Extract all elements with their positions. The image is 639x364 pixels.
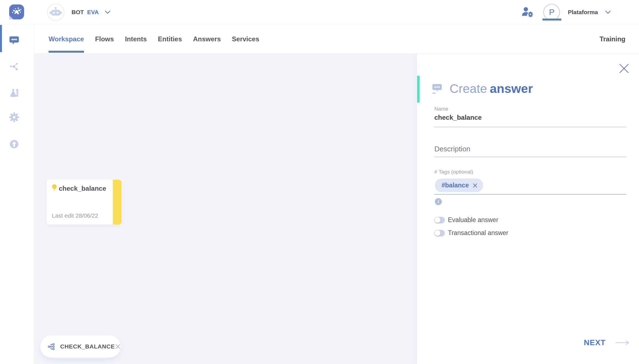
answer-bubble-icon bbox=[431, 83, 443, 94]
account-name: Plataforma bbox=[568, 9, 598, 16]
account-active-indicator bbox=[542, 19, 561, 21]
bot-selector[interactable]: BOT EVA bbox=[47, 0, 110, 24]
card-last-edit: Last edit 28/06/22 bbox=[52, 212, 98, 219]
evaluable-answer-toggle[interactable] bbox=[434, 217, 445, 223]
chip-close-icon[interactable] bbox=[115, 343, 121, 350]
gear-icon bbox=[8, 111, 20, 123]
bot-avatar bbox=[47, 4, 64, 21]
upload-icon bbox=[8, 138, 20, 150]
lab-flask-icon bbox=[8, 87, 20, 99]
tab-label: Flows bbox=[95, 35, 114, 43]
panel-title: Createanswer bbox=[450, 82, 533, 96]
training-link[interactable]: Training bbox=[600, 24, 625, 54]
name-field-label: Name bbox=[434, 106, 448, 112]
selected-flow-label: CHECK_BALANCE bbox=[60, 343, 115, 350]
tag-chip-balance[interactable]: #balance bbox=[435, 179, 483, 192]
sidebar-item-test-lab[interactable] bbox=[8, 87, 20, 99]
transactional-answer-label: Transactional answer bbox=[448, 229, 508, 237]
tab-label: Workspace bbox=[49, 35, 84, 43]
panel-title-bold: answer bbox=[490, 82, 533, 96]
panel-accent-bar bbox=[417, 76, 420, 103]
answer-card-check-balance[interactable]: check_balance Last edit 28/06/22 bbox=[47, 180, 121, 225]
next-button[interactable]: NEXT bbox=[584, 338, 630, 347]
tab-label: Answers bbox=[193, 35, 221, 43]
top-header: BOT EVA bbox=[0, 0, 639, 24]
sitemap-icon bbox=[48, 343, 55, 350]
evaluable-answer-label: Evaluable answer bbox=[448, 216, 498, 224]
tags-field-underline bbox=[434, 194, 626, 195]
training-label: Training bbox=[600, 35, 625, 43]
panel-header: Createanswer bbox=[431, 82, 533, 96]
sidebar-item-publish[interactable] bbox=[8, 138, 20, 150]
close-icon[interactable] bbox=[619, 63, 629, 74]
card-title: check_balance bbox=[59, 185, 106, 192]
next-button-label: NEXT bbox=[584, 338, 606, 347]
user-admin-icon[interactable] bbox=[521, 6, 534, 18]
tab-label: Intents bbox=[125, 35, 147, 43]
tag-remove-icon[interactable] bbox=[473, 183, 478, 188]
tab-intents[interactable]: Intents bbox=[125, 24, 147, 54]
section-tabs: Workspace Flows Intents Entities Answers… bbox=[49, 24, 259, 54]
sidebar-active-indicator bbox=[0, 25, 2, 52]
robot-icon bbox=[48, 4, 64, 20]
transactional-toggle-row: Transactional answer bbox=[434, 229, 508, 237]
chevron-down-icon bbox=[105, 11, 110, 14]
section-tabbar: Workspace Flows Intents Entities Answers… bbox=[34, 24, 639, 54]
tab-workspace[interactable]: Workspace bbox=[49, 24, 84, 54]
info-glyph: i bbox=[438, 199, 439, 205]
header-right-cluster: P Plataforma bbox=[521, 0, 639, 24]
name-field-underline bbox=[434, 127, 626, 127]
description-field-underline bbox=[434, 157, 626, 157]
chat-icon bbox=[8, 34, 20, 46]
bot-name: EVA bbox=[87, 9, 99, 16]
info-icon[interactable]: i bbox=[435, 198, 442, 205]
chevron-down-icon bbox=[605, 11, 611, 14]
lightbulb-icon bbox=[51, 184, 57, 192]
toggle-knob bbox=[435, 217, 440, 223]
description-input[interactable] bbox=[434, 145, 623, 153]
account-menu[interactable]: P Plataforma bbox=[543, 0, 639, 24]
tab-flows[interactable]: Flows bbox=[95, 24, 114, 54]
selected-flow-chip[interactable]: CHECK_BALANCE bbox=[40, 335, 121, 358]
sidebar-item-settings[interactable] bbox=[8, 111, 20, 123]
sidebar-item-flows[interactable] bbox=[8, 61, 20, 72]
name-input[interactable] bbox=[434, 114, 623, 121]
tab-answers[interactable]: Answers bbox=[193, 24, 221, 54]
share-nodes-icon bbox=[8, 61, 20, 72]
account-avatar: P bbox=[543, 4, 560, 21]
workspace-canvas: check_balance Last edit 28/06/22 CHECK_B… bbox=[34, 54, 417, 364]
eva-logo-icon[interactable] bbox=[9, 4, 25, 20]
arrow-right-icon bbox=[615, 340, 630, 345]
transactional-answer-toggle[interactable] bbox=[434, 230, 445, 236]
tab-services[interactable]: Services bbox=[232, 24, 259, 54]
left-sidebar bbox=[0, 24, 34, 364]
tab-label: Services bbox=[232, 35, 259, 43]
bot-label: BOT bbox=[72, 9, 84, 16]
avatar-initial: P bbox=[549, 7, 554, 17]
app-window: BOT EVA bbox=[0, 0, 639, 364]
tag-chip-label: #balance bbox=[442, 182, 469, 189]
tab-label: Entities bbox=[158, 35, 182, 43]
tab-entities[interactable]: Entities bbox=[158, 24, 182, 54]
sidebar-item-conversations[interactable] bbox=[8, 34, 20, 46]
panel-title-regular: Create bbox=[450, 82, 487, 96]
evaluable-toggle-row: Evaluable answer bbox=[434, 216, 498, 224]
tags-field-label: # Tags (optional) bbox=[434, 169, 473, 175]
create-answer-panel: Createanswer Name # Tags (optional) #bal… bbox=[417, 54, 639, 364]
toggle-knob bbox=[435, 230, 440, 236]
